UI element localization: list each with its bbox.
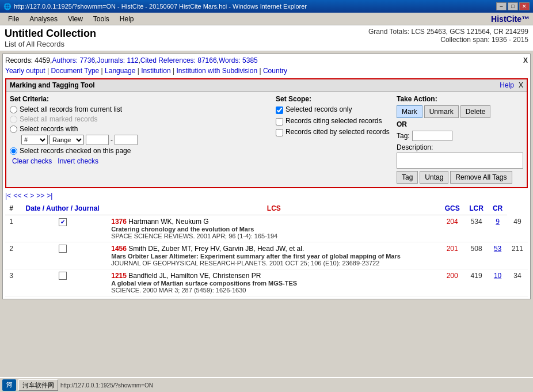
- table-row: 3 1215 Bandfield JL, Hamilton VE, Christ…: [5, 269, 528, 296]
- tag-action-buttons: Tag Untag Remove All Tags: [397, 171, 523, 184]
- table-row: 2 1456 Smith DE, Zuber MT, Frey HV, Garv…: [5, 242, 528, 269]
- menu-analyses[interactable]: Analyses: [25, 14, 62, 24]
- menu-view[interactable]: View: [63, 14, 87, 24]
- col-date-author-journal: Date / Author / Journal: [17, 202, 108, 215]
- institution-link[interactable]: Institution: [141, 67, 170, 75]
- close-button[interactable]: ✕: [519, 2, 530, 10]
- invert-checks-link[interactable]: Invert checks: [58, 157, 98, 165]
- country-link[interactable]: Country: [263, 67, 287, 75]
- taskbar-item[interactable]: 河车软件网: [18, 379, 58, 391]
- language-link[interactable]: Language: [105, 67, 135, 75]
- title-bar: 🌐 http://127.0.0.1:1925/?showmm=ON - His…: [0, 0, 533, 13]
- criteria-option1[interactable]: Select all records from current list: [10, 105, 270, 113]
- document-type-link[interactable]: Document Type: [51, 67, 99, 75]
- tag-input[interactable]: [412, 131, 452, 141]
- mark-button[interactable]: Mark: [397, 105, 422, 118]
- criteria-option3[interactable]: Select records with: [10, 125, 270, 133]
- institution-subdivision-link[interactable]: Institution with Subdivision: [176, 67, 257, 75]
- page-next[interactable]: >: [30, 192, 34, 200]
- collection-subtitle: List of All Records: [5, 40, 96, 48]
- scope-option1[interactable]: Selected records only: [276, 105, 391, 115]
- close-records-bar[interactable]: X: [523, 56, 528, 64]
- marking-tool-close[interactable]: X: [519, 81, 523, 89]
- words-link[interactable]: Words: 5385: [219, 56, 258, 64]
- menu-file[interactable]: File: [3, 14, 24, 24]
- record-gcs: 508: [465, 242, 488, 269]
- criteria-panel: Set Criteria: Select all records from cu…: [10, 95, 270, 184]
- marking-tool-help[interactable]: Help: [500, 81, 514, 89]
- tag-button[interactable]: Tag: [397, 171, 418, 184]
- record-lcr: 9: [488, 215, 507, 242]
- record-cr: 49: [507, 215, 528, 242]
- page-prev[interactable]: <: [24, 192, 28, 200]
- field-select[interactable]: # LCS GCS: [21, 135, 48, 145]
- collection-span: Collection span: 1936 - 2015: [368, 36, 528, 44]
- menu-help[interactable]: Help: [115, 14, 139, 24]
- record-checkbox[interactable]: ✔: [59, 218, 67, 226]
- maximize-button[interactable]: □: [508, 2, 518, 10]
- criteria-radio2: [10, 116, 17, 123]
- record-checkbox[interactable]: [59, 272, 67, 280]
- collection-title: Untitled Collection: [5, 28, 96, 40]
- record-number: 1: [5, 215, 17, 242]
- range-select[interactable]: Range Equal Greater: [50, 135, 84, 145]
- record-checkbox[interactable]: [59, 245, 67, 253]
- marking-tool-title: Marking and Tagging Tool: [10, 81, 95, 89]
- cited-refs-link[interactable]: Cited References: 87166: [140, 56, 217, 64]
- page-last[interactable]: >|: [47, 192, 52, 200]
- record-main: 1456 Smith DE, Zuber MT, Frey HV, Garvin…: [108, 242, 440, 269]
- page-prev-many[interactable]: <<: [13, 192, 21, 200]
- journals-link[interactable]: Journals: 112: [97, 56, 138, 64]
- grand-totals: Grand Totals: LCS 25463, GCS 121564, CR …: [368, 28, 528, 36]
- record-number: 2: [5, 242, 17, 269]
- taskbar-logo: 河: [2, 379, 16, 391]
- scope-check2[interactable]: [276, 118, 283, 125]
- select-row: # LCS GCS Range Equal Greater -: [21, 135, 270, 145]
- tag-label: Tag:: [397, 132, 410, 140]
- page-first[interactable]: |<: [5, 192, 11, 200]
- untag-button[interactable]: Untag: [420, 171, 448, 184]
- range-from-input[interactable]: [86, 135, 109, 145]
- minimize-button[interactable]: –: [496, 2, 507, 10]
- record-checkbox-cell[interactable]: ✔: [17, 215, 108, 242]
- record-gcs: 419: [465, 269, 488, 296]
- record-checkbox-cell[interactable]: [17, 242, 108, 269]
- record-journal: JOURNAL OF GEOPHYSICAL RESEARCH-PLANETS.…: [111, 260, 436, 267]
- delete-button[interactable]: Delete: [460, 105, 491, 118]
- remove-all-tags-button[interactable]: Remove All Tags: [450, 171, 512, 184]
- yearly-output-link[interactable]: Yearly output: [5, 67, 45, 75]
- authors-link[interactable]: Authors: 7736: [52, 56, 95, 64]
- record-id-link[interactable]: 1376: [111, 218, 127, 226]
- scope-panel: Set Scope: Selected records only Records…: [276, 95, 391, 184]
- criteria-radio1[interactable]: [10, 106, 17, 113]
- record-title: A global view of Martian surface composi…: [111, 280, 436, 287]
- scope-check3[interactable]: [276, 129, 283, 136]
- record-lcs: 204: [440, 215, 465, 242]
- window-controls[interactable]: – □ ✕: [496, 2, 530, 10]
- criteria-option4[interactable]: Select records checked on this page: [10, 147, 270, 155]
- clear-invert: Clear checks Invert checks: [12, 157, 270, 165]
- description-input[interactable]: [397, 153, 523, 169]
- record-number: 3: [5, 269, 17, 296]
- record-id-link[interactable]: 1215: [111, 272, 127, 280]
- tag-row: Tag:: [397, 131, 523, 141]
- unmark-button[interactable]: Unmark: [424, 105, 459, 118]
- taskbar-url: http://127.0.0.1:1925/?showmm=ON: [60, 382, 153, 389]
- menu-tools[interactable]: Tools: [89, 14, 114, 24]
- pagination: |< << < > >> >|: [5, 192, 528, 200]
- record-checkbox-cell[interactable]: [17, 269, 108, 296]
- links-bar: Yearly output | Document Type | Language…: [5, 67, 528, 75]
- criteria-radio4[interactable]: [10, 147, 17, 155]
- app-header: Untitled Collection List of All Records …: [0, 25, 533, 51]
- scope-option3[interactable]: Records cited by selected records: [276, 128, 391, 137]
- scope-check1[interactable]: [276, 106, 283, 114]
- page-next-many[interactable]: >>: [36, 192, 44, 200]
- range-to-input[interactable]: [115, 135, 138, 145]
- clear-checks-link[interactable]: Clear checks: [12, 157, 52, 165]
- record-lcs: 201: [440, 242, 465, 269]
- table-row: 1 ✔ 1376 Hartmann WK, Neukum G Cratering…: [5, 215, 528, 242]
- record-id-link[interactable]: 1456: [111, 245, 127, 253]
- criteria-radio3[interactable]: [10, 125, 17, 133]
- scope-option2[interactable]: Records citing selected records: [276, 117, 391, 126]
- col-gcs: GCS: [440, 202, 465, 215]
